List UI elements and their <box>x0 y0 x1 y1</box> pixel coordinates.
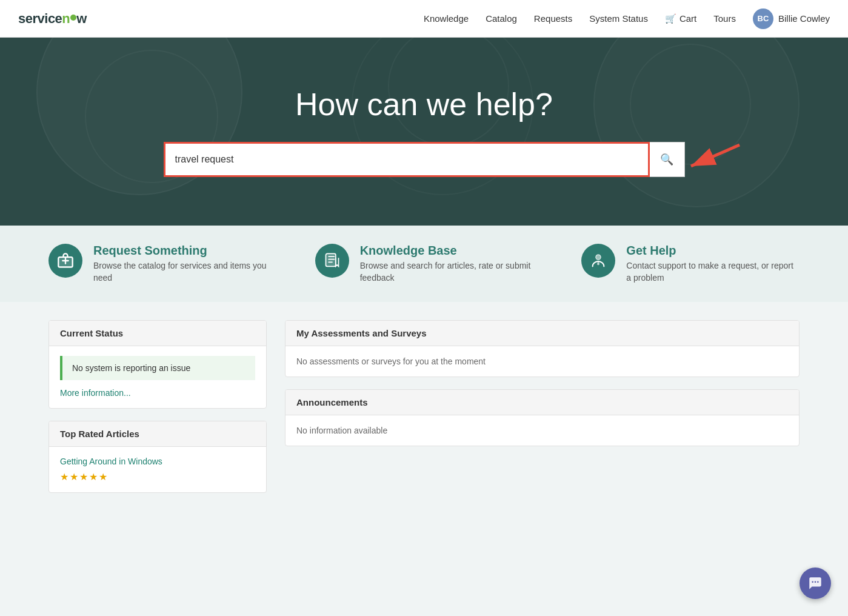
nav-requests[interactable]: Requests <box>534 13 572 24</box>
main-content: Current Status No system is reporting an… <box>0 302 848 511</box>
hero-background <box>0 38 848 226</box>
svg-point-8 <box>817 581 819 583</box>
top-rated-header: Top Rated Articles <box>49 421 266 447</box>
current-status-body: No system is reporting an issue More inf… <box>49 346 266 408</box>
current-status-card: Current Status No system is reporting an… <box>48 320 267 409</box>
request-icon-circle <box>48 244 82 278</box>
briefcase-icon <box>57 252 74 269</box>
get-help-text: Get Help Contact support to make a reque… <box>626 244 800 284</box>
search-icon: 🔍 <box>660 153 673 166</box>
search-input[interactable] <box>165 144 648 175</box>
right-column: My Assessments and Surveys No assessment… <box>285 320 800 446</box>
svg-point-7 <box>815 581 816 583</box>
left-column: Current Status No system is reporting an… <box>48 320 267 493</box>
nav-knowledge[interactable]: Knowledge <box>424 13 469 24</box>
get-help-desc: Contact support to make a request, or re… <box>626 260 800 284</box>
status-message: No system is reporting an issue <box>60 356 255 380</box>
search-button[interactable]: 🔍 <box>650 142 685 177</box>
assessments-empty: No assessments or surveys for you at the… <box>296 357 486 366</box>
assessments-body: No assessments or surveys for you at the… <box>285 346 799 377</box>
request-something-desc: Browse the catalog for services and item… <box>93 260 267 284</box>
quick-link-knowledge[interactable]: Knowledge Base Browse and search for art… <box>315 244 533 284</box>
annotation-arrow <box>679 139 752 187</box>
assessments-header: My Assessments and Surveys <box>285 321 799 346</box>
svg-line-1 <box>691 145 739 166</box>
book-icon <box>324 252 341 269</box>
nav-system-status[interactable]: System Status <box>589 13 648 24</box>
article-link-0[interactable]: Getting Around in Windows <box>60 457 255 466</box>
more-info-link[interactable]: More information... <box>60 388 131 398</box>
hero-title: How can we help? <box>295 86 553 122</box>
chat-icon <box>807 575 823 591</box>
search-input-box <box>164 142 650 177</box>
svg-point-6 <box>812 581 813 583</box>
hero-section: How can we help? 🔍 <box>0 38 848 226</box>
announcements-header: Announcements <box>285 390 799 415</box>
top-rated-body: Getting Around in Windows ★★★★★ <box>49 447 266 492</box>
knowledge-base-desc: Browse and search for articles, rate or … <box>360 260 533 284</box>
navbar: servicenw Knowledge Catalog Requests Sys… <box>0 0 848 38</box>
quick-links-section: Request Something Browse the catalog for… <box>0 226 848 302</box>
chat-widget[interactable] <box>800 567 831 599</box>
knowledge-base-title: Knowledge Base <box>360 244 533 258</box>
announcements-card: Announcements No information available <box>285 389 800 446</box>
get-help-title: Get Help <box>626 244 800 258</box>
logo[interactable]: servicenw <box>18 11 87 27</box>
nav-catalog[interactable]: Catalog <box>486 13 517 24</box>
svg-point-5 <box>596 255 601 259</box>
request-something-text: Request Something Browse the catalog for… <box>93 244 267 284</box>
current-status-header: Current Status <box>49 321 266 346</box>
knowledge-base-text: Knowledge Base Browse and search for art… <box>360 244 533 284</box>
knowledge-icon-circle <box>315 244 349 278</box>
quick-link-help[interactable]: Get Help Contact support to make a reque… <box>581 244 800 284</box>
navbar-links: Knowledge Catalog Requests System Status… <box>424 8 830 29</box>
assessments-card: My Assessments and Surveys No assessment… <box>285 320 800 377</box>
announcements-empty: No information available <box>296 426 387 435</box>
nav-tours[interactable]: Tours <box>713 13 736 24</box>
help-icon-circle <box>581 244 615 278</box>
user-area: BC Billie Cowley <box>753 8 830 29</box>
logo-text: servicenw <box>18 11 87 27</box>
top-rated-card: Top Rated Articles Getting Around in Win… <box>48 421 267 493</box>
request-something-title: Request Something <box>93 244 267 258</box>
person-icon <box>590 252 607 269</box>
svg-rect-3 <box>326 253 335 266</box>
user-name[interactable]: Billie Cowley <box>778 13 830 24</box>
nav-cart[interactable]: 🛒 Cart <box>665 13 696 24</box>
announcements-body: No information available <box>285 415 799 446</box>
article-rating-0: ★★★★★ <box>60 471 255 483</box>
user-avatar[interactable]: BC <box>753 8 773 29</box>
quick-link-request[interactable]: Request Something Browse the catalog for… <box>48 244 267 284</box>
search-area: 🔍 <box>164 142 685 177</box>
search-container: 🔍 <box>164 142 685 177</box>
cart-icon: 🛒 <box>665 13 676 24</box>
